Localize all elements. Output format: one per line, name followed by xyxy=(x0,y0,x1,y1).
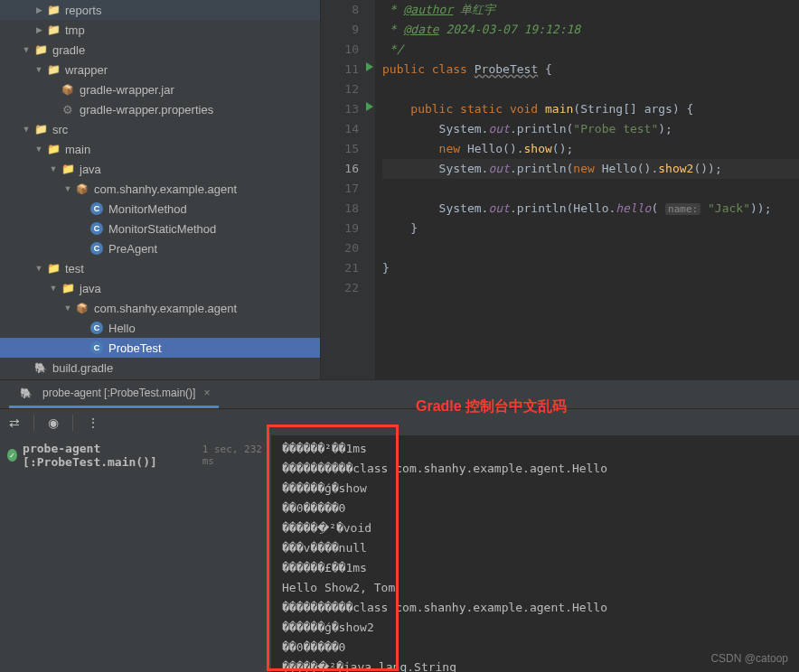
folder-green-icon xyxy=(45,261,61,275)
folder-icon xyxy=(33,122,49,136)
package-icon xyxy=(74,301,90,315)
line-num: 21 xyxy=(321,258,375,278)
tree-label: gradle xyxy=(52,43,85,57)
more-icon[interactable]: ⋮ xyxy=(87,415,99,430)
code-area[interactable]: * @author 单红宇 * @date 2024-03-07 19:12:1… xyxy=(375,0,799,379)
task-list[interactable]: probe-agent [:ProbeTest.main()] 1 sec, 2… xyxy=(0,435,271,672)
annotation-label: Gradle 控制台中文乱码 xyxy=(416,397,567,416)
console-line: ���v����null xyxy=(282,538,788,558)
tab-label: probe-agent [:ProbeTest.main()] xyxy=(42,387,195,399)
console-output[interactable]: ������²��1ms ����������class com.shanhy.… xyxy=(271,435,799,672)
folder-icon xyxy=(45,3,61,17)
tree-item-src[interactable]: src xyxy=(0,119,320,139)
tree-label: build.gradle xyxy=(52,361,113,375)
line-num: 18 xyxy=(321,199,375,219)
project-tree[interactable]: reports tmp gradle wrapper gradle-wrappe… xyxy=(0,0,321,379)
tree-item-wrapper[interactable]: wrapper xyxy=(0,60,320,79)
tree-item-main[interactable]: main xyxy=(0,139,320,159)
gear-icon xyxy=(60,102,76,117)
close-tab-icon[interactable]: × xyxy=(203,387,210,399)
line-num: 16 xyxy=(321,159,375,179)
tree-label: ProbeTest xyxy=(108,341,162,355)
console-line: ������£��1ms xyxy=(282,558,788,578)
tree-label: MonitorMethod xyxy=(108,202,187,216)
tree-item-tmp[interactable]: tmp xyxy=(0,20,320,40)
tree-item-pre-agent[interactable]: PreAgent xyxy=(0,238,320,258)
run-tabs-bar: probe-agent [:ProbeTest.main()] × xyxy=(0,379,799,408)
tree-label: gradle-wrapper.jar xyxy=(80,83,174,97)
folder-green-icon xyxy=(60,281,76,295)
tree-item-jar[interactable]: gradle-wrapper.jar xyxy=(0,79,320,99)
tree-item-monitor-method[interactable]: MonitorMethod xyxy=(0,199,320,219)
jar-icon xyxy=(60,82,76,97)
line-num: 9 xyxy=(321,20,375,40)
class-icon xyxy=(90,222,103,235)
tree-item-gradle[interactable]: gradle xyxy=(0,40,320,60)
tree-label: gradle-wrapper.properties xyxy=(80,103,213,117)
console-line: ������ֵ²�void xyxy=(282,518,788,538)
task-name: probe-agent [:ProbeTest.main()] xyxy=(23,442,197,469)
line-num: 15 xyxy=(321,139,375,159)
line-num: 19 xyxy=(321,219,375,238)
tree-label: java xyxy=(80,163,101,176)
task-success-icon xyxy=(7,449,17,462)
tree-label: tmp xyxy=(65,23,85,37)
gradle-icon xyxy=(33,360,49,375)
tree-item-package-test[interactable]: com.shanhy.example.agent xyxy=(0,298,320,318)
tree-label: wrapper xyxy=(65,63,108,77)
folder-icon xyxy=(45,62,61,77)
line-num: 20 xyxy=(321,238,375,258)
tree-item-package-main[interactable]: com.shanhy.example.agent xyxy=(0,179,320,199)
tree-item-build-gradle[interactable]: build.gradle xyxy=(0,358,320,378)
divider xyxy=(72,415,73,431)
tree-label: test xyxy=(65,262,84,275)
gradle-icon xyxy=(18,386,34,400)
line-num: 17 xyxy=(321,179,375,199)
tree-item-monitor-static[interactable]: MonitorStaticMethod xyxy=(0,219,320,238)
folder-icon xyxy=(33,42,49,57)
line-gutter: 8 9 10 11 12 13 14 15 16 17 18 19 20 21 … xyxy=(321,0,375,379)
class-icon xyxy=(90,341,103,354)
console-line: ��0�����0 xyxy=(282,499,788,518)
tree-label: Hello xyxy=(108,322,136,335)
run-tab[interactable]: probe-agent [:ProbeTest.main()] × xyxy=(9,380,219,408)
task-item[interactable]: probe-agent [:ProbeTest.main()] 1 sec, 2… xyxy=(7,439,264,471)
console-panel: probe-agent [:ProbeTest.main()] 1 sec, 2… xyxy=(0,435,799,672)
console-line: Hello Show2, Tom xyxy=(282,578,788,598)
console-toolbar: ⇄ ◉ ⋮ xyxy=(0,408,799,435)
line-num: 12 xyxy=(321,79,375,99)
tree-label: com.shanhy.example.agent xyxy=(94,302,237,315)
collapse-icon[interactable]: ⇄ xyxy=(9,415,20,430)
divider xyxy=(33,415,34,431)
watermark: CSDN @catoop xyxy=(710,652,788,665)
tree-item-test[interactable]: test xyxy=(0,258,320,278)
tree-label: PreAgent xyxy=(108,242,157,256)
task-time: 1 sec, 232 ms xyxy=(202,443,264,467)
view-icon[interactable]: ◉ xyxy=(48,415,59,430)
console-line: ������ǵ�show xyxy=(282,479,788,499)
tree-item-probe-test[interactable]: ProbeTest xyxy=(0,338,320,358)
line-num: 13 xyxy=(321,99,375,119)
tree-label: reports xyxy=(65,4,101,17)
tree-item-hello[interactable]: Hello xyxy=(0,318,320,338)
console-line: ������ǵ�show2 xyxy=(282,618,788,638)
tree-item-java-main[interactable]: java xyxy=(0,159,320,179)
tree-item-java-test[interactable]: java xyxy=(0,278,320,298)
console-line: ����������class com.shanhy.example.agent… xyxy=(282,598,788,618)
folder-blue-icon xyxy=(60,162,76,176)
class-icon xyxy=(90,322,103,334)
tree-item-reports[interactable]: reports xyxy=(0,0,320,20)
code-editor[interactable]: 8 9 10 11 12 13 14 15 16 17 18 19 20 21 … xyxy=(321,0,799,379)
folder-icon xyxy=(45,23,61,37)
class-icon xyxy=(90,242,103,255)
line-num: 10 xyxy=(321,40,375,60)
tree-item-props[interactable]: gradle-wrapper.properties xyxy=(0,99,320,119)
package-icon xyxy=(74,182,90,196)
run-gutter-icon[interactable] xyxy=(366,102,373,111)
line-num: 8 xyxy=(321,0,375,20)
tree-label: java xyxy=(80,282,101,295)
console-line: ������²��1ms xyxy=(282,439,788,459)
run-gutter-icon[interactable] xyxy=(366,62,373,71)
line-num: 11 xyxy=(321,60,375,79)
tree-label: main xyxy=(65,143,90,156)
